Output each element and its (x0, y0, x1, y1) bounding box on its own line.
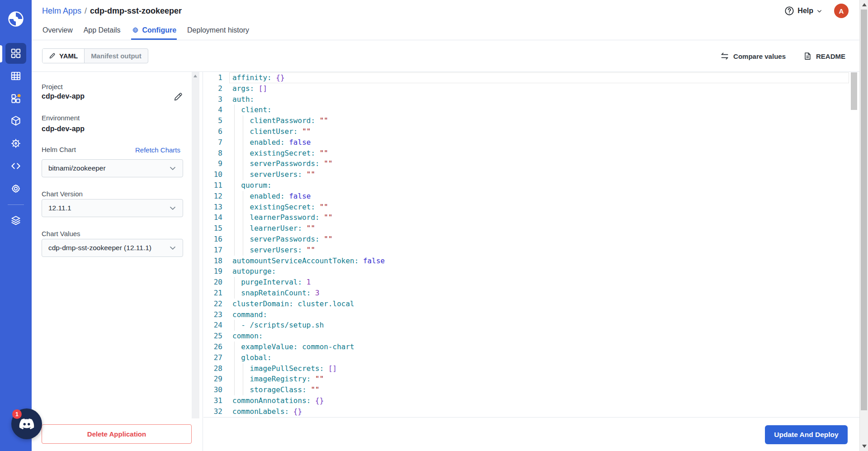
panel-scrollbar[interactable] (192, 72, 199, 418)
code-line[interactable]: 24- /scripts/setup.sh (203, 320, 859, 331)
line-number[interactable]: 22 (203, 299, 229, 309)
line-number[interactable]: 27 (203, 352, 229, 363)
discord-chat-widget[interactable]: 1 (11, 408, 42, 439)
line-number[interactable]: 20 (203, 277, 229, 288)
code-line[interactable]: 9serverPasswords: "" (203, 158, 859, 169)
code-line[interactable]: 13existingSecret: "" (203, 202, 859, 213)
line-number[interactable]: 32 (203, 406, 229, 417)
code-area[interactable]: 1affinity: {}2args: []3auth:4client:5cli… (203, 72, 859, 418)
page-scrollbar[interactable] (859, 0, 868, 451)
code-line[interactable]: 7enabled: false (203, 137, 859, 148)
tab-configure[interactable]: Configure (131, 22, 177, 40)
readme-button[interactable]: README (803, 52, 845, 61)
sidebar-item-global-config[interactable] (5, 178, 26, 199)
line-number[interactable]: 19 (203, 266, 229, 277)
line-number[interactable]: 30 (203, 385, 229, 395)
scroll-up-arrow-icon[interactable] (862, 3, 867, 6)
compare-values-button[interactable]: Compare values (720, 52, 786, 61)
code-line[interactable]: 18automountServiceAccountToken: false (203, 256, 859, 266)
code-line[interactable]: 25common: (203, 331, 859, 342)
line-number[interactable]: 26 (203, 342, 229, 352)
code-line[interactable]: 14learnerPassword: "" (203, 212, 859, 223)
page-scrollbar-thumb[interactable] (861, 9, 867, 410)
line-number[interactable]: 18 (203, 256, 229, 266)
sidebar-item-jobs[interactable] (5, 66, 26, 86)
code-line[interactable]: 31commonAnnotations: {} (203, 395, 859, 406)
code-line[interactable]: 22clusterDomain: cluster.local (203, 299, 859, 309)
code-line[interactable]: 10serverUsers: "" (203, 169, 859, 180)
code-line[interactable]: 4client: (203, 104, 859, 115)
line-number[interactable]: 7 (203, 137, 229, 148)
line-number[interactable]: 5 (203, 115, 229, 126)
line-number[interactable]: 13 (203, 202, 229, 213)
line-number[interactable]: 6 (203, 126, 229, 137)
line-number[interactable]: 15 (203, 223, 229, 234)
line-number[interactable]: 10 (203, 169, 229, 180)
code-line[interactable]: 19autopurge: (203, 266, 859, 277)
line-number[interactable]: 23 (203, 309, 229, 320)
code-line[interactable]: 30storageClass: "" (203, 385, 859, 395)
delete-application-button[interactable]: Delete Application (42, 424, 192, 444)
sidebar-item-app-store[interactable] (5, 88, 26, 109)
code-line[interactable]: 3auth: (203, 94, 859, 105)
line-number[interactable]: 31 (203, 395, 229, 406)
avatar[interactable]: A (834, 4, 849, 18)
line-number[interactable]: 29 (203, 374, 229, 385)
refetch-charts-link[interactable]: Refetch Charts (135, 146, 180, 154)
line-number[interactable]: 14 (203, 212, 229, 223)
code-line[interactable]: 23command: (203, 309, 859, 320)
sidebar-item-chart-store[interactable] (5, 133, 26, 154)
edit-pencil-icon[interactable] (173, 92, 183, 102)
sidebar-item-applications[interactable] (5, 43, 26, 64)
code-line[interactable]: 20purgeInterval: 1 (203, 277, 859, 288)
line-number[interactable]: 28 (203, 363, 229, 374)
code-line[interactable]: 5clientPassword: "" (203, 115, 859, 126)
code-line[interactable]: 6clientUser: "" (203, 126, 859, 137)
help-menu[interactable]: Help (784, 6, 822, 16)
code-line[interactable]: 21snapRetainCount: 3 (203, 288, 859, 299)
line-number[interactable]: 12 (203, 191, 229, 202)
helm-chart-select[interactable]: bitnami/zookeeper (42, 159, 183, 177)
line-number[interactable]: 3 (203, 94, 229, 105)
code-line[interactable]: 12enabled: false (203, 191, 859, 202)
scroll-down-arrow-icon[interactable] (862, 445, 867, 448)
line-number[interactable]: 21 (203, 288, 229, 299)
chart-version-select[interactable]: 12.11.1 (42, 199, 183, 217)
code-line[interactable]: 2args: [] (203, 83, 859, 94)
breadcrumb-helm-apps-link[interactable]: Helm Apps (42, 6, 81, 15)
code-line[interactable]: 16serverPasswords: "" (203, 234, 859, 245)
line-number[interactable]: 1 (203, 72, 229, 83)
tab-overview[interactable]: Overview (42, 22, 73, 40)
update-and-deploy-button[interactable]: Update And Deploy (765, 425, 848, 444)
line-number[interactable]: 16 (203, 234, 229, 245)
mode-manifest-output[interactable]: Manifest output (85, 49, 148, 63)
line-number[interactable]: 11 (203, 180, 229, 191)
line-number[interactable]: 8 (203, 148, 229, 159)
tab-deployment-history[interactable]: Deployment history (187, 22, 250, 40)
sidebar-item-resource-browser[interactable] (5, 110, 26, 131)
tab-app-details[interactable]: App Details (83, 22, 121, 40)
code-line[interactable]: 15learnerUser: "" (203, 223, 859, 234)
line-number[interactable]: 4 (203, 104, 229, 115)
editor-scrollbar-thumb[interactable] (851, 72, 857, 110)
mode-yaml[interactable]: YAML (42, 49, 85, 63)
yaml-editor[interactable]: 1affinity: {}2args: []3auth:4client:5cli… (203, 72, 859, 451)
code-line[interactable]: 26exampleValue: common-chart (203, 342, 859, 352)
sidebar-item-code[interactable] (5, 156, 26, 176)
line-number[interactable]: 9 (203, 158, 229, 169)
line-number[interactable]: 24 (203, 320, 229, 331)
sidebar-item-stack-manager[interactable] (5, 209, 26, 230)
chart-values-select[interactable]: cdp-dmp-sst-zookeeper (12.11.1) (42, 239, 183, 257)
code-line[interactable]: 29imageRegistry: "" (203, 374, 859, 385)
code-line[interactable]: 17serverUsers: "" (203, 245, 859, 256)
code-line[interactable]: 32commonLabels: {} (203, 406, 859, 417)
code-line[interactable]: 1affinity: {} (203, 72, 859, 83)
devtron-logo-icon[interactable] (7, 10, 25, 28)
code-line[interactable]: 27global: (203, 352, 859, 363)
code-line[interactable]: 28imagePullSecrets: [] (203, 363, 859, 374)
line-number[interactable]: 2 (203, 83, 229, 94)
line-number[interactable]: 17 (203, 245, 229, 256)
line-number[interactable]: 25 (203, 331, 229, 342)
code-line[interactable]: 11quorum: (203, 180, 859, 191)
code-line[interactable]: 8existingSecret: "" (203, 148, 859, 159)
